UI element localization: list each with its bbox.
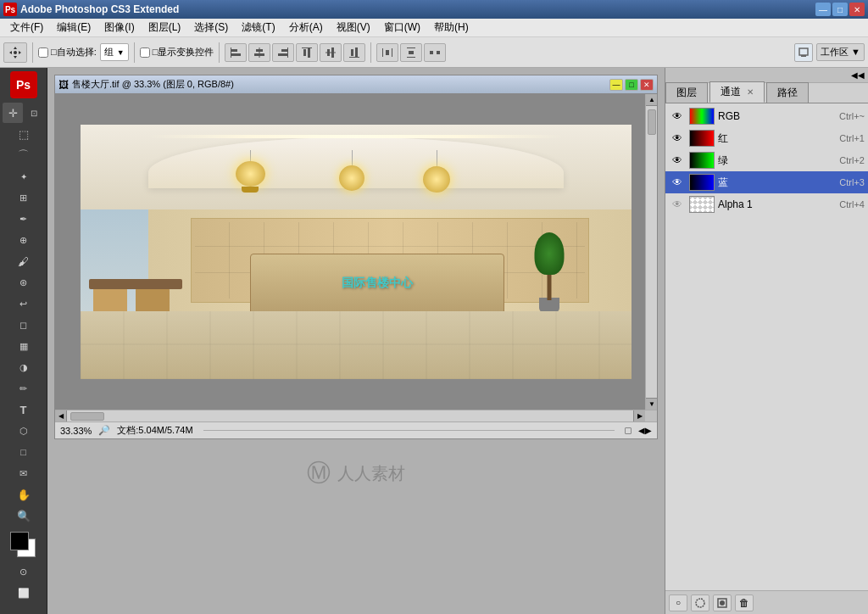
plant-trunk — [547, 271, 551, 300]
menu-select[interactable]: 选择(S) — [187, 19, 235, 36]
panel-collapse-btn[interactable]: ◀◀ — [851, 70, 865, 80]
delete-channel-btn[interactable]: 🗑 — [735, 594, 754, 611]
doc-minimize-btn[interactable]: — — [609, 79, 623, 91]
move-tool-options[interactable] — [3, 42, 27, 63]
eye-green[interactable]: 👁 — [669, 152, 686, 169]
ceiling-lights — [148, 135, 564, 138]
channel-row-blue[interactable]: 👁 蓝 Ctrl+3 — [665, 171, 868, 193]
scroll-right[interactable]: ▶ — [633, 410, 645, 422]
channel-row-red[interactable]: 👁 红 Ctrl+1 — [665, 127, 868, 149]
scroll-up[interactable]: ▲ — [646, 94, 657, 106]
close-button[interactable]: ✕ — [849, 3, 865, 16]
panel-top-controls: ◀◀ — [665, 68, 868, 83]
panel-spacer — [665, 347, 868, 590]
svg-rect-9 — [287, 47, 288, 58]
gradient-tool[interactable]: ▦ — [14, 336, 34, 356]
channel-row-rgb[interactable]: 👁 RGB Ctrl+~ — [665, 105, 868, 127]
brush-tool[interactable]: 🖌 — [14, 251, 34, 271]
horizontal-scrollbar: ◀ ▶ — [55, 410, 657, 421]
menu-analysis[interactable]: 分析(A) — [282, 19, 330, 36]
zoom-icon[interactable]: 🔎 — [98, 425, 110, 436]
scroll-thumb-h[interactable] — [70, 412, 104, 421]
align-left-btn[interactable] — [225, 43, 247, 62]
menu-layer[interactable]: 图层(L) — [142, 19, 188, 36]
svg-point-0 — [14, 51, 17, 54]
eye-rgb[interactable]: 👁 — [669, 108, 686, 125]
foreground-color[interactable] — [10, 532, 29, 550]
menu-window[interactable]: 窗口(W) — [377, 19, 427, 36]
svg-rect-11 — [308, 47, 310, 58]
artboard-tool[interactable]: ⊡ — [24, 103, 44, 123]
tab-channels-close[interactable]: ✕ — [747, 87, 754, 97]
wand-tool[interactable]: ✦ — [14, 166, 34, 187]
quick-mask-tool[interactable]: ⊙ — [14, 561, 34, 582]
lasso-tool[interactable]: ⌒ — [14, 145, 34, 165]
new-channel-btn[interactable]: ○ — [669, 594, 687, 611]
marquee-tool[interactable]: ⬚ — [14, 124, 34, 144]
status-nav[interactable] — [625, 427, 632, 434]
show-transform-checkbox[interactable]: □显示变换控件 — [140, 46, 214, 59]
load-selection-btn[interactable] — [691, 594, 709, 611]
clone-tool[interactable]: ⊛ — [14, 272, 34, 293]
eraser-tool[interactable]: ◻ — [14, 315, 34, 335]
vertical-scrollbar[interactable]: ▲ ▼ — [645, 94, 657, 410]
dist-space-btn[interactable] — [424, 43, 446, 62]
menu-help[interactable]: 帮助(H) — [427, 19, 476, 36]
shape-tool[interactable]: □ — [14, 442, 34, 462]
move-icon — [8, 45, 23, 60]
menu-edit[interactable]: 编辑(E) — [50, 19, 97, 36]
eye-blue[interactable]: 👁 — [669, 174, 686, 191]
menu-view[interactable]: 视图(V) — [330, 19, 377, 36]
doc-close-btn[interactable]: ✕ — [640, 79, 654, 91]
scroll-thumb-v[interactable] — [648, 109, 656, 135]
healing-tool[interactable]: ⊕ — [14, 230, 34, 250]
plant-foliage — [534, 232, 564, 275]
channel-row-alpha[interactable]: 👁 Alpha 1 Ctrl+4 — [665, 193, 868, 215]
show-transform-input[interactable] — [140, 47, 150, 58]
left-tool-panel: Ps ✛ ⊡ ⬚ ⌒ ✦ ⊞ ✒ ⊕ 🖌 ⊛ ↩ ◻ ▦ ◑ ✏ T ⬡ □ ✉… — [0, 68, 47, 614]
path-tool[interactable]: ⬡ — [14, 421, 34, 441]
tab-paths[interactable]: 路径 — [766, 82, 809, 103]
dodge-tool[interactable]: ◑ — [14, 357, 34, 377]
dist-h-btn[interactable] — [376, 43, 398, 62]
menu-filter[interactable]: 滤镜(T) — [235, 19, 281, 36]
eye-alpha[interactable]: 👁 — [669, 196, 686, 213]
workspace-button[interactable]: 工作区 ▼ — [816, 43, 865, 61]
eyedropper-tool[interactable]: ✒ — [14, 209, 34, 229]
tab-channels[interactable]: 通道 ✕ — [709, 81, 765, 103]
zoom-tool[interactable]: 🔍 — [14, 505, 34, 526]
channels-list: 👁 RGB Ctrl+~ 👁 红 Ctrl+1 👁 — [665, 103, 868, 217]
eye-red[interactable]: 👁 — [669, 130, 686, 147]
channel-row-green[interactable]: 👁 绿 Ctrl+2 — [665, 149, 868, 171]
crop-tool[interactable]: ⊞ — [14, 187, 34, 208]
auto-select-input[interactable] — [38, 47, 48, 58]
align-middle-btn[interactable] — [320, 43, 342, 62]
history-tool[interactable]: ↩ — [14, 293, 34, 314]
auto-select-checkbox[interactable]: □自动选择: — [38, 46, 97, 59]
align-top-btn[interactable] — [296, 43, 318, 62]
scroll-down[interactable]: ▼ — [646, 398, 657, 410]
save-selection-btn[interactable] — [713, 594, 732, 611]
menu-file[interactable]: 文件(F) — [3, 19, 50, 36]
align-center-btn[interactable] — [248, 43, 270, 62]
tab-layers[interactable]: 图层 — [665, 82, 708, 103]
svg-point-31 — [720, 600, 725, 606]
pen-tool[interactable]: ✏ — [14, 378, 34, 399]
screen-mode-tool[interactable]: ⬜ — [14, 583, 34, 603]
dist-v-btn[interactable] — [400, 43, 422, 62]
group-dropdown[interactable]: 组 ▼ — [100, 43, 129, 61]
text-tool[interactable]: T — [14, 399, 34, 420]
hand-tool[interactable]: ✋ — [14, 484, 34, 505]
notes-tool[interactable]: ✉ — [14, 463, 34, 483]
move-tool[interactable]: ✛ — [3, 103, 23, 123]
align-bottom-btn[interactable] — [343, 43, 365, 62]
minimize-button[interactable]: — — [815, 3, 831, 16]
maximize-button[interactable]: □ — [832, 3, 848, 16]
doc-maximize-btn[interactable]: □ — [625, 79, 638, 91]
scroll-left[interactable]: ◀ — [55, 410, 67, 422]
align-right-btn[interactable] — [272, 43, 294, 62]
menu-image[interactable]: 图像(I) — [97, 19, 141, 36]
workspace-icon[interactable] — [794, 43, 813, 62]
status-arrow: ◀▶ — [638, 426, 652, 435]
chandelier-3 — [420, 150, 453, 193]
